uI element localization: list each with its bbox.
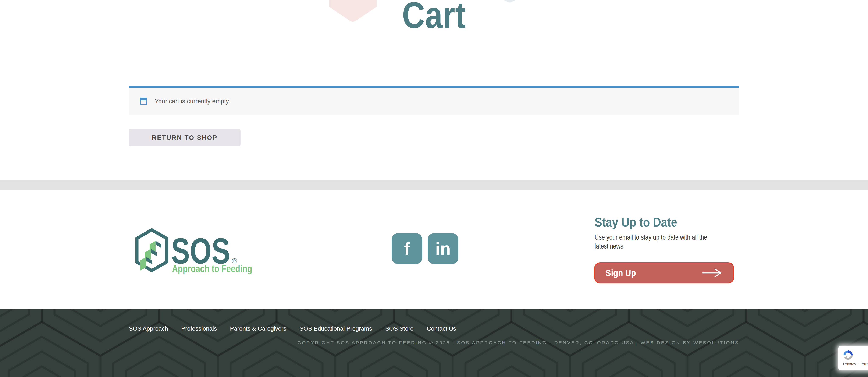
decorative-pentagon-blue [498,0,521,3]
facebook-link[interactable]: f [392,233,422,264]
footer-nav: SOS Approach Professionals Parents & Car… [129,325,456,332]
newsletter-description: Use your email to stay up to date with a… [595,233,718,251]
section-divider [0,180,868,190]
footer-link-parents-caregivers[interactable]: Parents & Caregivers [230,325,286,332]
arrow-right-icon [702,268,723,278]
cart-document-icon [140,97,147,105]
return-to-shop-button[interactable]: RETURN TO SHOP [129,129,241,146]
cart-empty-message: Your cart is currently empty. [155,98,230,105]
sos-logo[interactable]: SOS ® Approach to Feeding [135,227,254,276]
recaptcha-badge[interactable]: Privacy - Terms [838,346,868,370]
footer-link-sos-approach[interactable]: SOS Approach [129,325,168,332]
newsletter-heading: Stay Up to Date [595,214,677,230]
recaptcha-privacy-terms[interactable]: Privacy - Terms [843,362,868,367]
facebook-icon: f [404,240,410,257]
copyright-text: COPYRIGHT SOS APPROACH TO FEEDING © 2025… [298,340,739,346]
footer-link-professionals[interactable]: Professionals [181,325,217,332]
linkedin-icon: in [435,240,451,257]
cart-empty-notice: Your cart is currently empty. [129,86,739,115]
linkedin-link[interactable]: in [428,233,458,264]
footer-link-sos-store[interactable]: SOS Store [385,325,414,332]
logo-tagline: Approach to Feeding [172,263,252,274]
recaptcha-icon [843,350,853,360]
cart-page: Cart Your cart is currently empty. RETUR… [0,0,868,377]
signup-button-label: Sign Up [606,268,636,278]
sos-hexagon-stairs-icon [137,230,166,270]
footer-link-contact-us[interactable]: Contact Us [427,325,456,332]
signup-button[interactable]: Sign Up [594,262,734,284]
page-title: Cart [402,0,466,36]
footer-link-educational-programs[interactable]: SOS Educational Programs [300,325,372,332]
decorative-pentagon-pink [329,0,377,24]
